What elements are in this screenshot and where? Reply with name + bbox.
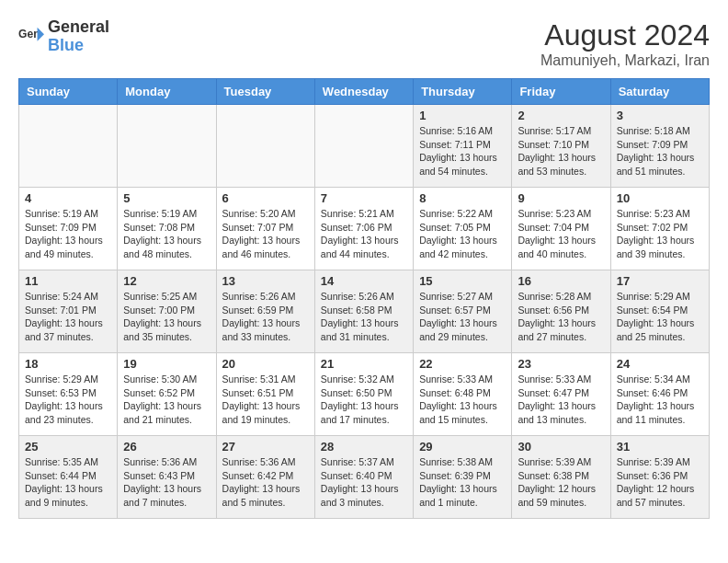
- day-header-friday: Friday: [512, 79, 610, 105]
- calendar-cell: 19Sunrise: 5:30 AMSunset: 6:52 PMDayligh…: [118, 353, 216, 436]
- day-number: 6: [222, 191, 309, 205]
- day-info: Sunrise: 5:18 AMSunset: 7:09 PMDaylight:…: [617, 124, 703, 178]
- day-number: 21: [321, 357, 407, 371]
- calendar-table: SundayMondayTuesdayWednesdayThursdayFrid…: [18, 78, 710, 519]
- calendar-cell: 15Sunrise: 5:27 AMSunset: 6:57 PMDayligh…: [414, 270, 512, 353]
- week-row-5: 25Sunrise: 5:35 AMSunset: 6:44 PMDayligh…: [19, 436, 710, 519]
- day-info: Sunrise: 5:23 AMSunset: 7:04 PMDaylight:…: [518, 207, 604, 261]
- day-info: Sunrise: 5:36 AMSunset: 6:43 PMDaylight:…: [123, 455, 210, 510]
- week-row-4: 18Sunrise: 5:29 AMSunset: 6:53 PMDayligh…: [19, 353, 710, 436]
- day-header-monday: Monday: [118, 79, 216, 105]
- week-row-1: 1Sunrise: 5:16 AMSunset: 7:11 PMDaylight…: [19, 105, 710, 188]
- day-number: 17: [617, 274, 703, 288]
- calendar-cell: 4Sunrise: 5:19 AMSunset: 7:09 PMDaylight…: [19, 188, 118, 270]
- day-number: 29: [419, 440, 506, 454]
- calendar-cell: 18Sunrise: 5:29 AMSunset: 6:53 PMDayligh…: [19, 353, 118, 436]
- calendar-cell: 26Sunrise: 5:36 AMSunset: 6:43 PMDayligh…: [118, 436, 216, 519]
- day-info: Sunrise: 5:27 AMSunset: 6:57 PMDaylight:…: [419, 290, 506, 344]
- day-number: 4: [25, 191, 111, 205]
- calendar-cell: 12Sunrise: 5:25 AMSunset: 7:00 PMDayligh…: [118, 270, 216, 353]
- calendar-cell: 24Sunrise: 5:34 AMSunset: 6:46 PMDayligh…: [610, 353, 709, 436]
- day-number: 18: [25, 357, 111, 371]
- day-info: Sunrise: 5:39 AMSunset: 6:38 PMDaylight:…: [518, 455, 604, 510]
- day-info: Sunrise: 5:19 AMSunset: 7:09 PMDaylight:…: [25, 207, 111, 261]
- day-number: 22: [419, 357, 506, 371]
- day-info: Sunrise: 5:39 AMSunset: 6:36 PMDaylight:…: [617, 455, 703, 510]
- logo-line2: Blue: [48, 37, 109, 55]
- day-number: 10: [617, 191, 703, 205]
- day-info: Sunrise: 5:20 AMSunset: 7:07 PMDaylight:…: [222, 207, 309, 261]
- week-row-2: 4Sunrise: 5:19 AMSunset: 7:09 PMDaylight…: [19, 188, 710, 270]
- day-info: Sunrise: 5:33 AMSunset: 6:47 PMDaylight:…: [518, 373, 604, 427]
- calendar-cell: [118, 105, 216, 188]
- day-info: Sunrise: 5:34 AMSunset: 6:46 PMDaylight:…: [617, 373, 703, 427]
- calendar-cell: 5Sunrise: 5:19 AMSunset: 7:08 PMDaylight…: [118, 188, 216, 270]
- calendar-cell: 14Sunrise: 5:26 AMSunset: 6:58 PMDayligh…: [314, 270, 413, 353]
- day-number: 20: [222, 357, 309, 371]
- day-number: 5: [123, 191, 210, 205]
- calendar-cell: 8Sunrise: 5:22 AMSunset: 7:05 PMDaylight…: [414, 188, 512, 270]
- day-info: Sunrise: 5:37 AMSunset: 6:40 PMDaylight:…: [321, 455, 407, 510]
- day-info: Sunrise: 5:26 AMSunset: 6:59 PMDaylight:…: [222, 290, 309, 344]
- day-number: 15: [419, 274, 506, 288]
- day-number: 9: [518, 191, 604, 205]
- calendar-cell: 6Sunrise: 5:20 AMSunset: 7:07 PMDaylight…: [216, 188, 314, 270]
- calendar-cell: [314, 105, 413, 188]
- calendar-cell: 9Sunrise: 5:23 AMSunset: 7:04 PMDaylight…: [512, 188, 610, 270]
- day-info: Sunrise: 5:28 AMSunset: 6:56 PMDaylight:…: [518, 290, 604, 344]
- day-number: 30: [518, 440, 604, 454]
- day-number: 26: [123, 440, 210, 454]
- calendar-cell: [19, 105, 118, 188]
- day-info: Sunrise: 5:16 AMSunset: 7:11 PMDaylight:…: [419, 124, 506, 178]
- svg-text:Gen: Gen: [18, 28, 40, 40]
- calendar-cell: 22Sunrise: 5:33 AMSunset: 6:48 PMDayligh…: [414, 353, 512, 436]
- calendar-cell: 30Sunrise: 5:39 AMSunset: 6:38 PMDayligh…: [512, 436, 610, 519]
- day-header-wednesday: Wednesday: [314, 79, 413, 105]
- calendar-cell: 13Sunrise: 5:26 AMSunset: 6:59 PMDayligh…: [216, 270, 314, 353]
- day-number: 13: [222, 274, 309, 288]
- day-info: Sunrise: 5:21 AMSunset: 7:06 PMDaylight:…: [321, 207, 407, 261]
- day-number: 8: [419, 191, 506, 205]
- day-number: 31: [617, 440, 703, 454]
- page-header: Gen General Blue August 2024 Mamuniyeh, …: [18, 18, 710, 69]
- day-number: 3: [617, 109, 703, 122]
- day-number: 7: [321, 191, 407, 205]
- day-info: Sunrise: 5:17 AMSunset: 7:10 PMDaylight:…: [518, 124, 604, 178]
- day-info: Sunrise: 5:32 AMSunset: 6:50 PMDaylight:…: [321, 373, 407, 427]
- days-header-row: SundayMondayTuesdayWednesdayThursdayFrid…: [19, 79, 710, 105]
- day-number: 28: [321, 440, 407, 454]
- day-number: 16: [518, 274, 604, 288]
- calendar-cell: [216, 105, 314, 188]
- day-info: Sunrise: 5:23 AMSunset: 7:02 PMDaylight:…: [617, 207, 703, 261]
- day-info: Sunrise: 5:29 AMSunset: 6:54 PMDaylight:…: [617, 290, 703, 344]
- calendar-cell: 20Sunrise: 5:31 AMSunset: 6:51 PMDayligh…: [216, 353, 314, 436]
- day-header-sunday: Sunday: [19, 79, 118, 105]
- calendar-cell: 11Sunrise: 5:24 AMSunset: 7:01 PMDayligh…: [19, 270, 118, 353]
- calendar-cell: 21Sunrise: 5:32 AMSunset: 6:50 PMDayligh…: [314, 353, 413, 436]
- day-info: Sunrise: 5:31 AMSunset: 6:51 PMDaylight:…: [222, 373, 309, 427]
- calendar-cell: 1Sunrise: 5:16 AMSunset: 7:11 PMDaylight…: [414, 105, 512, 188]
- day-number: 23: [518, 357, 604, 371]
- calendar-cell: 28Sunrise: 5:37 AMSunset: 6:40 PMDayligh…: [314, 436, 413, 519]
- calendar-cell: 10Sunrise: 5:23 AMSunset: 7:02 PMDayligh…: [610, 188, 709, 270]
- day-info: Sunrise: 5:22 AMSunset: 7:05 PMDaylight:…: [419, 207, 506, 261]
- day-header-tuesday: Tuesday: [216, 79, 314, 105]
- calendar-cell: 3Sunrise: 5:18 AMSunset: 7:09 PMDaylight…: [610, 105, 709, 188]
- calendar-cell: 31Sunrise: 5:39 AMSunset: 6:36 PMDayligh…: [610, 436, 709, 519]
- day-number: 25: [25, 440, 111, 454]
- calendar-cell: 27Sunrise: 5:36 AMSunset: 6:42 PMDayligh…: [216, 436, 314, 519]
- day-number: 27: [222, 440, 309, 454]
- day-header-thursday: Thursday: [414, 79, 512, 105]
- day-number: 12: [123, 274, 210, 288]
- day-number: 24: [617, 357, 703, 371]
- day-info: Sunrise: 5:29 AMSunset: 6:53 PMDaylight:…: [25, 373, 111, 427]
- svg-marker-1: [38, 28, 44, 41]
- logo-icon: Gen: [18, 24, 44, 50]
- title-block: August 2024 Mamuniyeh, Markazi, Iran: [540, 18, 710, 69]
- location: Mamuniyeh, Markazi, Iran: [540, 52, 710, 69]
- calendar-cell: 2Sunrise: 5:17 AMSunset: 7:10 PMDaylight…: [512, 105, 610, 188]
- day-number: 11: [25, 274, 111, 288]
- day-info: Sunrise: 5:24 AMSunset: 7:01 PMDaylight:…: [25, 290, 111, 344]
- day-info: Sunrise: 5:26 AMSunset: 6:58 PMDaylight:…: [321, 290, 407, 344]
- day-info: Sunrise: 5:33 AMSunset: 6:48 PMDaylight:…: [419, 373, 506, 427]
